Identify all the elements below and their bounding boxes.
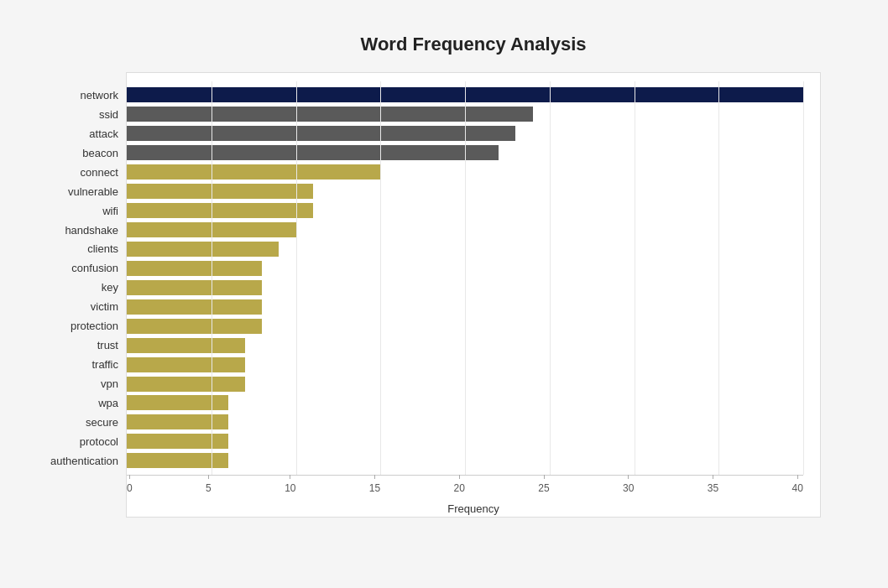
bar-label: protocol [22, 435, 118, 448]
bar-fill [127, 453, 228, 468]
grid-line [718, 81, 719, 475]
grid-line [803, 81, 804, 475]
bar-fill [127, 145, 499, 160]
grid-line [465, 81, 466, 475]
x-axis: 0510152025303540 Frequency [127, 475, 820, 517]
bar-fill [127, 414, 228, 429]
x-tick-label: 20 [454, 482, 465, 494]
bar-fill [127, 107, 533, 122]
bar-fill [127, 184, 313, 199]
bar-label: vpn [22, 377, 118, 390]
x-tick-label: 15 [369, 482, 380, 494]
x-tick-label: 30 [623, 482, 634, 494]
bar-fill [127, 280, 262, 295]
x-tick-line [713, 475, 713, 479]
chart-container: Word Frequency Analysis networkssidattac… [17, 17, 871, 588]
grid-line [212, 81, 212, 475]
bar-label: network [22, 89, 118, 101]
grid-line [380, 81, 381, 475]
bar-fill [127, 357, 245, 372]
x-tick-label: 5 [206, 482, 212, 494]
bar-fill [127, 261, 262, 276]
bar-fill [127, 203, 313, 218]
bar-fill [127, 242, 279, 257]
bar-fill [127, 126, 515, 141]
bar-label: secure [22, 416, 118, 429]
bar-fill [127, 395, 228, 410]
x-tick-line [374, 475, 375, 479]
bar-label: ssid [22, 108, 118, 121]
bar-fill [127, 164, 380, 180]
x-axis-title: Frequency [127, 502, 820, 515]
bar-fill [127, 434, 228, 449]
x-tick-label: 35 [708, 482, 718, 494]
bar-label: connect [22, 166, 118, 179]
bar-fill [127, 338, 245, 353]
bar-label: authentication [22, 455, 118, 467]
bar-label: key [22, 281, 118, 294]
bar-label: protection [22, 320, 118, 332]
bar-label: beacon [22, 147, 118, 159]
grid-line [635, 81, 635, 475]
bar-label: attack [22, 127, 118, 140]
bars-wrapper: networkssidattackbeaconconnectvulnerable… [127, 81, 820, 475]
bar-fill [127, 299, 262, 315]
grid-line [550, 81, 551, 475]
bar-fill [127, 319, 262, 334]
x-tick-line [129, 475, 130, 479]
bar-fill [127, 377, 245, 392]
x-tick-label: 25 [538, 482, 549, 494]
x-tick-line [544, 475, 545, 479]
x-tick-line [459, 475, 460, 479]
bar-label: handshake [22, 224, 118, 237]
x-tick-label: 40 [792, 482, 803, 494]
bar-label: trust [22, 339, 118, 351]
x-tick-line [208, 475, 209, 479]
x-tick-line [290, 475, 290, 479]
bar-label: victim [22, 300, 118, 313]
x-tick-label: 10 [285, 482, 295, 494]
grid-line [296, 81, 297, 475]
bar-label: vulnerable [22, 185, 118, 198]
bar-label: clients [22, 242, 118, 255]
bar-label: wpa [22, 397, 118, 409]
x-tick-line [628, 475, 629, 479]
x-tick-label: 0 [127, 482, 133, 494]
x-tick-line [797, 475, 798, 479]
bar-label: wifi [22, 205, 118, 217]
chart-title: Word Frequency Analysis [126, 34, 821, 55]
bar-label: traffic [22, 358, 118, 371]
bar-label: confusion [22, 262, 118, 274]
chart-area: networkssidattackbeaconconnectvulnerable… [126, 72, 821, 518]
